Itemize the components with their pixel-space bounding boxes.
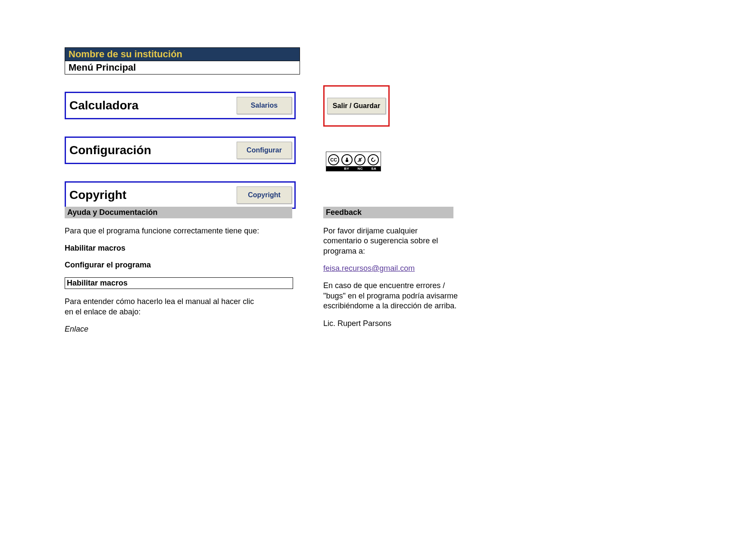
cc-icon: CC xyxy=(328,154,339,165)
menu-label-copyright: Copyright xyxy=(69,188,126,202)
institution-header: Nombre de su institución xyxy=(65,47,300,61)
menu-title: Menú Principal xyxy=(65,61,300,75)
feedback-intro: Por favor dirijame cualquier comentario … xyxy=(323,226,440,256)
help-header: Ayuda y Documentación xyxy=(65,207,292,218)
sa-icon xyxy=(368,154,379,165)
main-container: Nombre de su institución Menú Principal … xyxy=(65,47,496,209)
feedback-email-link[interactable]: feisa.recursos@gmail.com xyxy=(323,264,415,273)
help-section: Ayuda y Documentación Para que el progra… xyxy=(65,207,292,334)
help-intro: Para que el programa funcione correctame… xyxy=(65,226,292,236)
nc-icon: $ xyxy=(354,154,366,165)
configurar-button[interactable]: Configurar xyxy=(237,142,292,159)
by-icon xyxy=(341,154,353,165)
cc-labels-row: . BY NC SA xyxy=(326,166,381,171)
cc-by-label: BY xyxy=(340,166,354,171)
help-step1: Habilitar macros xyxy=(65,244,292,253)
menu-item-copyright: Copyright Copyright xyxy=(65,181,296,209)
copyright-button[interactable]: Copyright xyxy=(237,186,292,204)
menu-label-calculadora: Calculadora xyxy=(69,99,138,112)
cc-sa-label: SA xyxy=(367,166,381,171)
feedback-section: Feedback Por favor dirijame cualquier co… xyxy=(323,207,461,329)
save-exit-button[interactable]: Salir / Guardar xyxy=(327,98,386,115)
cc-license-badge: CC $ . BY NC SA xyxy=(326,152,381,171)
cc-nc-label: NC xyxy=(353,166,367,171)
feedback-author: Lic. Rupert Parsons xyxy=(323,319,461,329)
feedback-bugs: En caso de que encuentre errores / "bugs… xyxy=(323,281,461,311)
help-link-label[interactable]: Enlace xyxy=(65,325,292,334)
help-step2: Configurar el programa xyxy=(65,261,292,270)
menu-item-configuracion: Configuración Configurar xyxy=(65,137,296,164)
menu-label-configuracion: Configuración xyxy=(69,143,151,157)
feedback-header: Feedback xyxy=(323,207,453,218)
menu-item-calculadora: Calculadora Salarios xyxy=(65,92,296,119)
cc-icons-row: CC $ xyxy=(326,152,381,166)
salarios-button[interactable]: Salarios xyxy=(237,97,292,114)
svg-point-0 xyxy=(346,158,348,159)
save-exit-box: Salir / Guardar xyxy=(323,85,390,127)
help-box-title: Habilitar macros xyxy=(65,277,293,289)
help-instruction: Para entender cómo hacerlo lea el manual… xyxy=(65,297,259,317)
